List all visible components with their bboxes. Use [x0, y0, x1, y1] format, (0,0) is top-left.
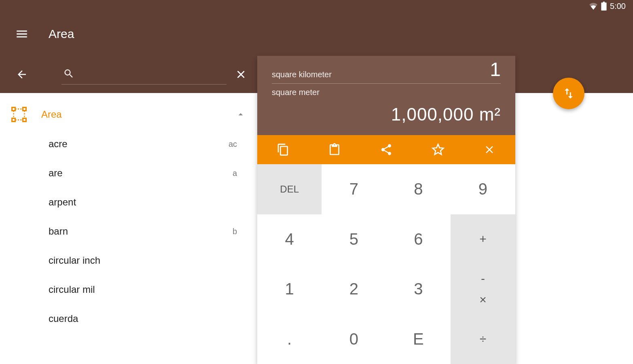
unit-name: acre [49, 138, 229, 150]
app-header: Area [0, 12, 633, 56]
source-value: 1 [490, 60, 501, 79]
key-9[interactable]: 9 [451, 164, 515, 214]
unit-row-barn[interactable]: barn b [0, 217, 257, 246]
calculator-toolbar [257, 135, 515, 164]
search-input[interactable] [61, 65, 227, 85]
area-icon [11, 107, 27, 122]
key-dot[interactable]: . [257, 314, 322, 364]
unit-row-cuerda[interactable]: cuerda [0, 304, 257, 333]
unit-name: arpent [49, 197, 237, 208]
page-title: Area [49, 27, 74, 41]
swap-fab[interactable] [553, 78, 584, 109]
key-2[interactable]: 2 [322, 264, 386, 314]
unit-row-circular-mil[interactable]: circular mil [0, 275, 257, 304]
unit-abbr: b [233, 227, 237, 236]
clear-search-button[interactable] [235, 68, 248, 81]
menu-button[interactable] [15, 27, 29, 41]
svg-rect-2 [12, 119, 15, 122]
key-5[interactable]: 5 [322, 214, 386, 265]
calculator-panel: square kilometer 1 square meter 1,000,00… [257, 56, 515, 364]
battery-icon [601, 2, 607, 11]
status-time: 5:00 [610, 2, 626, 11]
unit-name: cuerda [49, 313, 237, 324]
search-row [0, 56, 257, 93]
key-7[interactable]: 7 [322, 164, 386, 214]
status-bar: 5:00 [0, 0, 633, 12]
svg-rect-0 [12, 108, 15, 111]
key-plus[interactable]: + [451, 214, 515, 265]
key-6[interactable]: 6 [386, 214, 451, 265]
swap-icon [562, 87, 576, 100]
target-unit-label: square meter [272, 88, 501, 97]
key-divide[interactable]: ÷ [451, 314, 515, 364]
unit-row-circular-inch[interactable]: circular inch [0, 246, 257, 275]
unit-name: are [49, 167, 233, 179]
keypad: 7 8 9 DEL 4 5 6 + 1 2 3 - × . 0 E ÷ [257, 164, 515, 364]
back-button[interactable] [15, 67, 29, 82]
svg-rect-3 [23, 119, 26, 122]
key-minus[interactable]: - [481, 272, 485, 286]
paste-button[interactable] [327, 142, 342, 157]
source-unit-row[interactable]: square kilometer 1 [272, 60, 501, 84]
blank-area [515, 93, 633, 364]
unit-list: Area acre ac are a arpent barn b circula… [0, 93, 257, 364]
wifi-icon [589, 2, 598, 10]
copy-button[interactable] [276, 142, 290, 157]
target-value: 1,000,000 m² [272, 104, 501, 125]
search-icon [63, 68, 74, 79]
key-0[interactable]: 0 [322, 314, 386, 364]
share-button[interactable] [379, 142, 394, 157]
calculator-display: square kilometer 1 square meter 1,000,00… [257, 56, 515, 135]
unit-abbr: ac [229, 140, 237, 149]
category-label: Area [41, 109, 221, 120]
chevron-up-icon [235, 109, 246, 120]
svg-rect-1 [23, 108, 26, 111]
key-3[interactable]: 3 [386, 264, 451, 314]
key-1[interactable]: 1 [257, 264, 322, 314]
unit-name: circular mil [49, 284, 237, 295]
unit-row-are[interactable]: are a [0, 159, 257, 188]
close-button[interactable] [482, 142, 497, 157]
key-del[interactable]: DEL [257, 164, 322, 214]
unit-row-arpent[interactable]: arpent [0, 188, 257, 217]
unit-name: circular inch [49, 255, 237, 266]
source-unit-label: square kilometer [272, 70, 490, 79]
unit-name: barn [49, 226, 233, 237]
target-unit-row[interactable]: square meter 1,000,000 m² [272, 88, 501, 125]
unit-row-acre[interactable]: acre ac [0, 129, 257, 159]
favorite-button[interactable] [431, 142, 445, 157]
key-4[interactable]: 4 [257, 214, 322, 265]
unit-abbr: a [233, 169, 237, 178]
key-e[interactable]: E [386, 314, 451, 364]
category-area[interactable]: Area [0, 99, 257, 129]
key-multiply[interactable]: × [479, 293, 487, 307]
key-8[interactable]: 8 [386, 164, 451, 214]
